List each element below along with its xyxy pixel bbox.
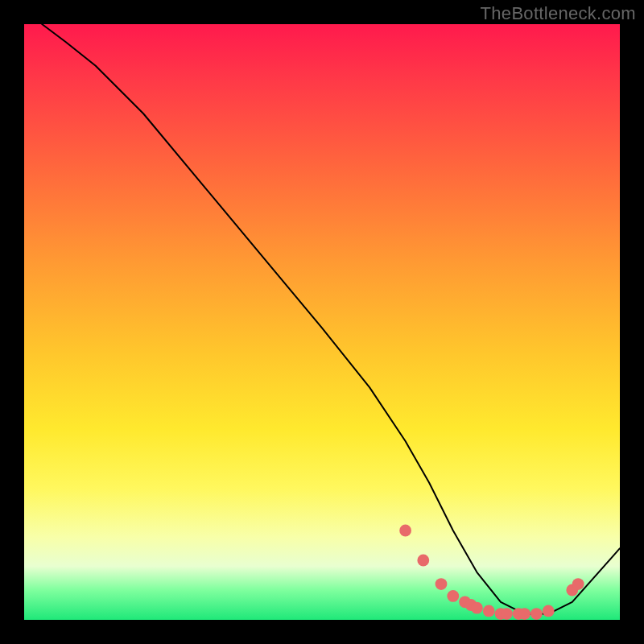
curve-marker [518, 608, 530, 620]
watermark-text: TheBottleneck.com [481, 3, 636, 24]
curve-marker [543, 605, 555, 617]
plot-area [24, 24, 620, 620]
curve-marker [471, 602, 483, 614]
curve-markers [399, 525, 584, 620]
curve-marker [501, 608, 513, 620]
chart-svg [24, 24, 620, 620]
chart-frame: TheBottleneck.com [0, 0, 644, 644]
curve-marker [447, 590, 459, 602]
curve-marker [530, 608, 543, 620]
curve-marker [572, 578, 584, 590]
curve-marker [483, 605, 495, 617]
bottleneck-curve [42, 24, 620, 614]
curve-marker [417, 555, 429, 567]
curve-marker [436, 578, 448, 590]
curve-marker [399, 525, 411, 537]
